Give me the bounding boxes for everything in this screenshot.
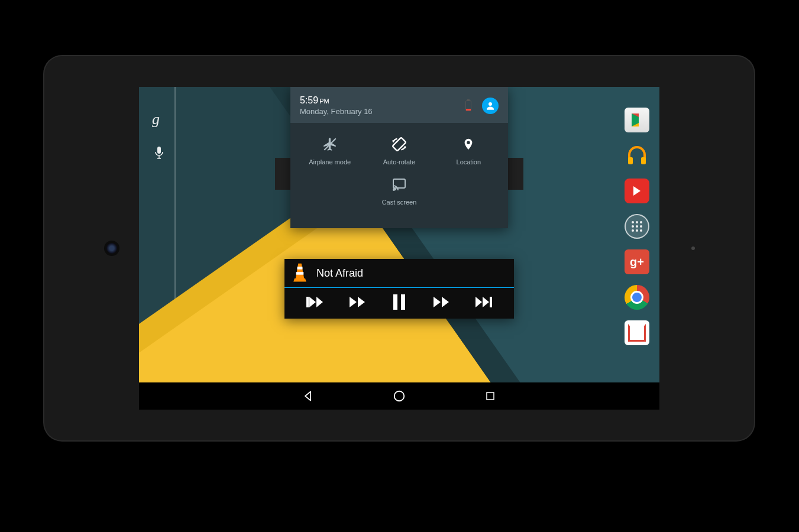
airplane-icon	[322, 136, 338, 153]
cast-icon	[391, 176, 407, 193]
svg-point-4	[636, 221, 638, 223]
google-search-icon[interactable]: g	[152, 111, 160, 128]
home-button[interactable]	[392, 389, 406, 403]
qs-tile-autorotate[interactable]: Auto-rotate	[365, 136, 434, 166]
quick-settings-panel: 5:59PM Monday, February 16 Airplane mode	[290, 87, 508, 228]
svg-rect-0	[157, 147, 161, 154]
skip-previous-button[interactable]	[305, 294, 325, 310]
qs-tiles: Airplane mode Auto-rotate Location	[290, 123, 508, 228]
qs-label: Auto-rotate	[383, 158, 415, 166]
qs-label: Cast screen	[382, 199, 417, 206]
media-controls	[284, 288, 514, 319]
qs-tile-airplane[interactable]: Airplane mode	[296, 136, 364, 166]
qs-header[interactable]: 5:59PM Monday, February 16	[290, 87, 508, 123]
vlc-icon	[290, 262, 309, 284]
svg-rect-1	[628, 157, 633, 164]
skip-next-button[interactable]	[473, 294, 493, 310]
svg-rect-21	[401, 294, 405, 310]
clock-time: 5:59	[300, 95, 318, 105]
navigation-bar	[139, 382, 659, 410]
svg-rect-2	[641, 157, 646, 164]
user-avatar-icon[interactable]	[482, 98, 499, 114]
svg-point-8	[640, 225, 642, 228]
svg-point-6	[632, 225, 634, 228]
media-title: Not Afraid	[316, 267, 363, 280]
qs-label: Location	[457, 158, 481, 166]
play-music-icon[interactable]	[625, 143, 649, 168]
app-dock: g+	[619, 108, 655, 345]
svg-point-10	[636, 229, 638, 232]
svg-point-23	[394, 391, 405, 401]
wallpaper-divider	[174, 87, 176, 382]
autorotate-icon	[391, 136, 407, 153]
chrome-icon[interactable]	[625, 285, 649, 310]
svg-rect-20	[393, 294, 397, 310]
clock-date: Monday, February 16	[300, 107, 465, 116]
svg-rect-18	[296, 272, 304, 275]
screen: g g+ 5:59PM Monday, February 16	[139, 87, 659, 410]
svg-point-11	[640, 229, 642, 232]
svg-point-12	[489, 102, 492, 106]
recent-apps-button[interactable]	[483, 389, 497, 403]
svg-rect-22	[490, 297, 492, 307]
voice-search-icon[interactable]	[154, 146, 164, 159]
svg-point-7	[636, 225, 638, 228]
svg-point-5	[640, 221, 642, 223]
battery-low-icon[interactable]	[465, 100, 471, 111]
google-plus-icon[interactable]: g+	[625, 249, 649, 274]
play-store-icon[interactable]	[625, 108, 649, 132]
svg-rect-17	[297, 267, 303, 270]
media-notification[interactable]: Not Afraid	[284, 259, 514, 319]
location-icon	[460, 136, 477, 153]
tablet-frame: g g+ 5:59PM Monday, February 16	[44, 56, 754, 440]
all-apps-icon[interactable]	[625, 214, 649, 239]
front-camera	[106, 243, 117, 254]
clock-ampm: PM	[319, 98, 329, 105]
svg-rect-24	[487, 392, 494, 400]
gmail-icon[interactable]	[625, 320, 649, 345]
rewind-button[interactable]	[347, 294, 367, 310]
qs-label: Airplane mode	[309, 158, 351, 166]
svg-point-9	[632, 229, 634, 232]
svg-rect-19	[306, 297, 309, 307]
svg-rect-15	[393, 179, 405, 188]
svg-point-16	[393, 189, 394, 190]
sensor-dot	[691, 246, 695, 250]
back-button[interactable]	[301, 389, 315, 403]
media-header[interactable]: Not Afraid	[284, 259, 514, 288]
fast-forward-button[interactable]	[431, 294, 451, 310]
svg-point-3	[632, 221, 634, 223]
youtube-icon[interactable]	[625, 179, 649, 203]
pause-button[interactable]	[389, 294, 409, 310]
qs-tile-location[interactable]: Location	[434, 136, 503, 166]
qs-tile-cast[interactable]: Cast screen	[295, 176, 503, 206]
